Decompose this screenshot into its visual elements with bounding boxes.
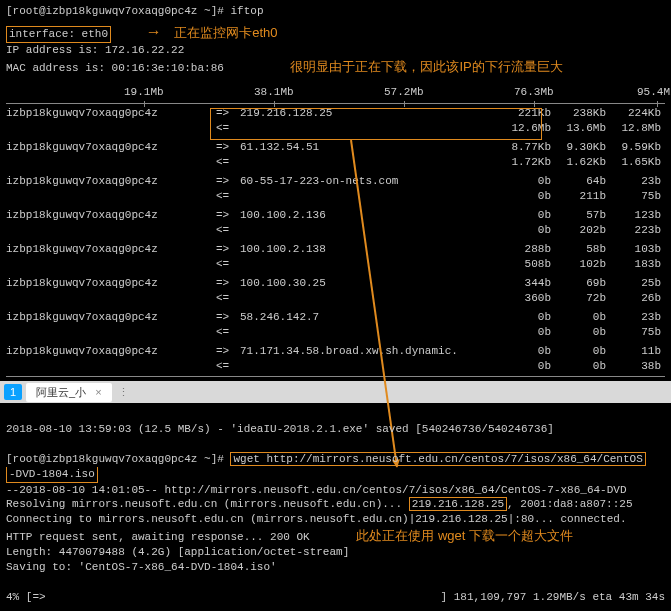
rate: 0b (496, 310, 551, 325)
wget-command-box2: -DVD-1804.iso (6, 467, 98, 483)
peer: 60-55-17-223-on-nets.com (240, 174, 496, 189)
tab-close-icon[interactable]: × (95, 386, 101, 398)
wget-output: Length: 4470079488 (4.2G) [application/o… (6, 545, 665, 560)
rate: 123b (606, 208, 665, 223)
dir-rx-icon: <= (216, 155, 240, 170)
dir-rx-icon: <= (216, 223, 240, 238)
scale-tick: 95.4Mb (637, 85, 671, 100)
prompt-path: ~ (204, 5, 211, 17)
flow-tx: izbp18kguwqv7oxaqg0pc4z=>58.246.142.70b0… (6, 310, 665, 325)
flow-rows: izbp18kguwqv7oxaqg0pc4z=>219.216.128.252… (6, 106, 665, 374)
interface-row: interface: eth0 → 正在监控网卡eth0 (6, 21, 665, 43)
bandwidth-scale: 19.1Mb 38.1Mb 57.2Mb 76.3Mb 95.4Mb (6, 81, 665, 104)
rate: 0b (551, 310, 606, 325)
arrow-icon: → (146, 23, 162, 40)
progress-right: ] 181,109,797 1.29MB/s eta 43m 34s (441, 590, 665, 605)
rate: 75b (606, 189, 665, 204)
dir-tx-icon: => (216, 310, 240, 325)
host: izbp18kguwqv7oxaqg0pc4z (6, 276, 216, 291)
annotation-download: 很明显由于正在下载，因此该IP的下行流量巨大 (290, 59, 562, 74)
dir-rx-icon: <= (216, 189, 240, 204)
tab-active[interactable]: 阿里云_小 × (26, 383, 112, 402)
wget-output: Connecting to mirrors.neusoft.edu.cn (mi… (6, 512, 665, 527)
scale-tick: 76.3Mb (514, 85, 554, 100)
host: izbp18kguwqv7oxaqg0pc4z (6, 174, 216, 189)
rate: 183b (606, 257, 665, 272)
prompt-user: root@izbp18kguwqv7oxaqg0pc4z (13, 453, 198, 465)
rate: 0b (496, 174, 551, 189)
interface-label-box: interface: eth0 (6, 26, 111, 43)
rate: 13.6Mb (551, 121, 606, 136)
rate: 1.65Kb (606, 155, 665, 170)
rate: 0b (551, 359, 606, 374)
wget-output-row: HTTP request sent, awaiting response... … (6, 527, 665, 545)
rate: 238Kb (551, 106, 606, 121)
ip-line: IP address is: 172.16.22.22 (6, 43, 665, 58)
host: izbp18kguwqv7oxaqg0pc4z (6, 106, 216, 121)
rate: 0b (551, 325, 606, 340)
rate: 57b (551, 208, 606, 223)
dir-rx-icon: <= (216, 257, 240, 272)
dir-tx-icon: => (216, 242, 240, 257)
prompt-line: [root@izbp18kguwqv7oxaqg0pc4z ~]# iftop (6, 4, 665, 19)
rate: 0b (496, 344, 551, 359)
command: iftop (230, 5, 263, 17)
dir-rx-icon: <= (216, 325, 240, 340)
progress-line: 4% [=> ] 181,109,797 1.29MB/s eta 43m 34… (6, 590, 665, 605)
rate: 11b (606, 344, 665, 359)
scale-tick: 38.1Mb (254, 85, 294, 100)
flow-rx: <=360b72b26b (6, 291, 665, 306)
flow-tx: izbp18kguwqv7oxaqg0pc4z=>61.132.54.518.7… (6, 140, 665, 155)
rate: 360b (496, 291, 551, 306)
host: izbp18kguwqv7oxaqg0pc4z (6, 208, 216, 223)
tab-bar: 1 阿里云_小 × ⋮ (0, 381, 671, 403)
dir-tx-icon: => (216, 208, 240, 223)
rate: 1.62Kb (551, 155, 606, 170)
tab-label: 阿里云_小 (36, 386, 86, 398)
dir-tx-icon: => (216, 344, 240, 359)
prompt-path: ~ (204, 453, 211, 465)
wget-output: Resolving mirrors.neusoft.edu.cn (mirror… (6, 497, 665, 512)
host: izbp18kguwqv7oxaqg0pc4z (6, 310, 216, 325)
peer: 100.100.30.25 (240, 276, 496, 291)
peer: 71.171.34.58.broad.xw.sh.dynamic. (240, 344, 496, 359)
peer: 58.246.142.7 (240, 310, 496, 325)
rate: 202b (551, 223, 606, 238)
flow-tx: izbp18kguwqv7oxaqg0pc4z=>100.100.2.1360b… (6, 208, 665, 223)
wget-line: [root@izbp18kguwqv7oxaqg0pc4z ~]# wget h… (6, 452, 665, 467)
tab-menu-icon[interactable]: ⋮ (118, 386, 129, 399)
rate: 26b (606, 291, 665, 306)
rate: 0b (551, 344, 606, 359)
flow-rx: <=1.72Kb1.62Kb1.65Kb (6, 155, 665, 170)
rate: 72b (551, 291, 606, 306)
dir-tx-icon: => (216, 140, 240, 155)
rate: 0b (496, 359, 551, 374)
prompt-user: root@izbp18kguwqv7oxaqg0pc4z (13, 5, 198, 17)
rate: 38b (606, 359, 665, 374)
flow-tx: izbp18kguwqv7oxaqg0pc4z=>71.171.34.58.br… (6, 344, 665, 359)
tab-status-badge[interactable]: 1 (4, 384, 22, 400)
rate: 223b (606, 223, 665, 238)
rate: 25b (606, 276, 665, 291)
wget-output: HTTP request sent, awaiting response... … (6, 531, 310, 543)
flow-rx: <=0b0b38b (6, 359, 665, 374)
flow-tx: izbp18kguwqv7oxaqg0pc4z=>60-55-17-223-on… (6, 174, 665, 189)
rate: 9.30Kb (551, 140, 606, 155)
rate: 224Kb (606, 106, 665, 121)
flow-tx: izbp18kguwqv7oxaqg0pc4z=>100.100.30.2534… (6, 276, 665, 291)
flow-rx: <=0b0b75b (6, 325, 665, 340)
rate: 8.77Kb (496, 140, 551, 155)
rate: 64b (551, 174, 606, 189)
rate: 75b (606, 325, 665, 340)
dir-tx-icon: => (216, 276, 240, 291)
rate: 0b (496, 208, 551, 223)
rate: 1.72Kb (496, 155, 551, 170)
rate: 0b (496, 189, 551, 204)
flow-rx: <=12.6Mb13.6Mb12.8Mb (6, 121, 665, 136)
host: izbp18kguwqv7oxaqg0pc4z (6, 242, 216, 257)
wget-terminal: 2018-08-10 13:59:03 (12.5 MB/s) - 'ideaI… (0, 403, 671, 608)
ip-highlight-box: 219.216.128.25 (409, 497, 507, 511)
flow-rx: <=508b102b183b (6, 257, 665, 272)
peer: 219.216.128.25 (240, 106, 496, 121)
dir-rx-icon: <= (216, 121, 240, 136)
